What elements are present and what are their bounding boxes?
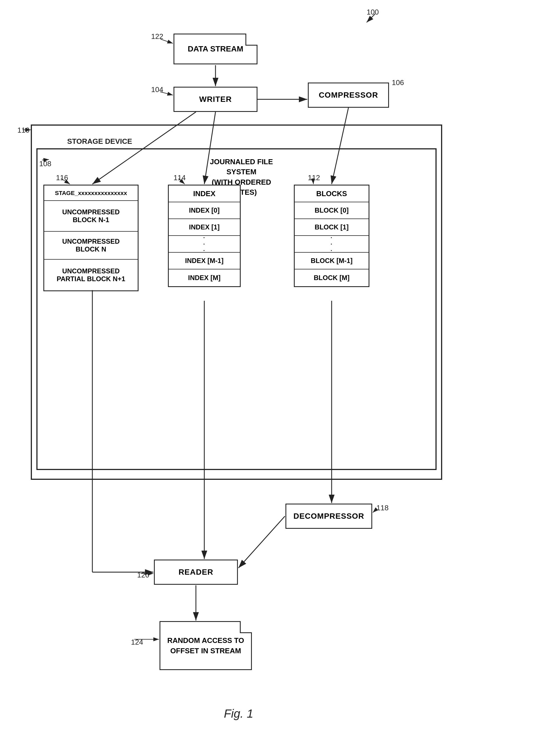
block-row-1: BLOCK [1] <box>295 219 368 236</box>
decompressor-box: DECOMPRESSOR <box>285 504 372 529</box>
figure-label: Fig. 1 <box>224 707 253 720</box>
index-table: INDEX INDEX [0] INDEX [1] ··· INDEX [M-1… <box>168 185 241 287</box>
index-header: INDEX <box>169 185 240 202</box>
random-access-box: RANDOM ACCESS TO OFFSET IN STREAM <box>160 621 252 670</box>
block-row-m: BLOCK [M] <box>295 269 368 286</box>
svg-line-10 <box>238 516 285 568</box>
ref-112: 112 <box>308 174 320 182</box>
svg-line-21 <box>373 509 376 513</box>
ref-110: 110 <box>17 126 29 135</box>
ref-120: 120 <box>137 571 149 579</box>
index-row-0: INDEX [0] <box>169 202 240 219</box>
diagram-container: 100 DATA STREAM 122 WRITER 104 COMPRESSO… <box>0 0 560 754</box>
compressor-label: COMPRESSOR <box>319 90 378 100</box>
ref-122: 122 <box>151 32 163 41</box>
reader-box: READER <box>154 559 238 585</box>
reader-label: READER <box>179 568 213 577</box>
decompressor-label: DECOMPRESSOR <box>293 512 364 521</box>
stage-row-2: UNCOMPRESSEDBLOCK N <box>44 232 138 260</box>
storage-device-label: STORAGE DEVICE <box>67 137 132 146</box>
stage-row-1: UNCOMPRESSEDBLOCK N-1 <box>44 201 138 232</box>
ref-114: 114 <box>174 174 185 182</box>
random-access-label: RANDOM ACCESS TO OFFSET IN STREAM <box>163 635 248 656</box>
data-stream-label: DATA STREAM <box>188 44 243 54</box>
block-dots: ··· <box>295 236 368 253</box>
ref-106: 106 <box>392 78 404 87</box>
ref-108: 108 <box>39 160 51 168</box>
block-row-m1: BLOCK [M-1] <box>295 253 368 269</box>
block-row-0: BLOCK [0] <box>295 202 368 219</box>
data-stream-box: DATA STREAM <box>174 34 258 64</box>
writer-label: WRITER <box>199 95 232 104</box>
index-row-m: INDEX [M] <box>169 269 240 286</box>
compressor-box: COMPRESSOR <box>308 83 389 108</box>
blocks-header: BLOCKS <box>295 185 368 202</box>
index-row-m1: INDEX [M-1] <box>169 253 240 269</box>
ref-104: 104 <box>151 85 163 94</box>
index-row-1: INDEX [1] <box>169 219 240 236</box>
stage-row-3: UNCOMPRESSEDPARTIAL BLOCK N+1 <box>44 260 138 290</box>
ref-124: 124 <box>131 638 143 647</box>
ref-116: 116 <box>56 174 68 182</box>
stage-row-0: STAGE_xxxxxxxxxxxxxxx <box>44 185 138 201</box>
ref-118: 118 <box>376 504 388 512</box>
blocks-table: BLOCKS BLOCK [0] BLOCK [1] ··· BLOCK [M-… <box>294 185 369 287</box>
ref-100: 100 <box>367 8 379 17</box>
index-dots: ··· <box>169 236 240 253</box>
stage-file-table: STAGE_xxxxxxxxxxxxxxx UNCOMPRESSEDBLOCK … <box>43 185 139 291</box>
writer-box: WRITER <box>174 87 258 112</box>
